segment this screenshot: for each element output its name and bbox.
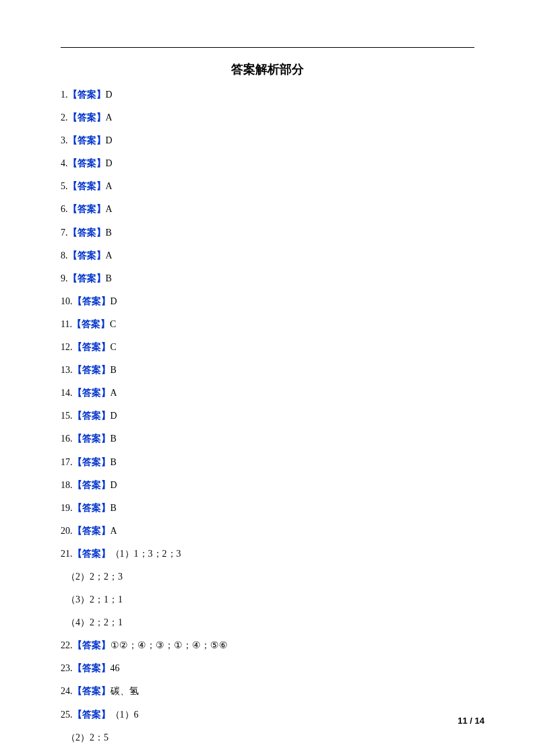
answer-value: A <box>106 181 113 191</box>
question-number: 15. <box>61 411 73 421</box>
answer-label: 【答案】 <box>73 434 111 444</box>
answer-label: 【答案】 <box>73 388 111 398</box>
answer-line: 19.【答案】B <box>61 502 474 515</box>
answer-label: 【答案】 <box>73 710 111 720</box>
answer-value: D <box>111 480 117 490</box>
answer-label: 【答案】 <box>73 663 111 673</box>
question-number: 12. <box>61 342 73 352</box>
answer-label: 【答案】 <box>73 365 111 375</box>
answer-sub-line: （2）2；2；3 <box>66 570 474 584</box>
answer-value: B <box>111 457 117 467</box>
answer-label: 【答案】 <box>73 686 111 696</box>
answer-label: 【答案】 <box>73 342 111 352</box>
answer-value: （1）6 <box>111 710 139 720</box>
answer-sub-line: （4）2；2；1 <box>66 616 474 629</box>
question-number: 10. <box>61 296 73 306</box>
answer-line: 9.【答案】B <box>61 272 474 285</box>
answer-line: 10.【答案】D <box>61 295 474 308</box>
answer-value: D <box>106 90 113 100</box>
answer-value: 46 <box>111 663 120 673</box>
answer-label: 【答案】 <box>73 640 111 650</box>
answer-line: 24.【答案】碳、氢 <box>61 685 474 698</box>
answer-value: ①②；④；③；①；④；⑤⑥ <box>111 640 228 650</box>
question-number: 21. <box>61 549 73 559</box>
answer-line: 7.【答案】B <box>61 226 474 240</box>
answer-label: 【答案】 <box>73 549 111 559</box>
answer-list: 1.【答案】D2.【答案】A3.【答案】D4.【答案】D5.【答案】A6.【答案… <box>61 88 474 744</box>
answer-line: 5.【答案】A <box>61 180 474 193</box>
answer-line: 17.【答案】B <box>61 456 474 469</box>
answer-label: 【答案】 <box>68 204 106 214</box>
answer-value: （1）1；3；2；3 <box>111 549 181 559</box>
answer-label: 【答案】 <box>68 112 106 123</box>
answer-label: 【答案】 <box>68 273 106 283</box>
answer-label: 【答案】 <box>68 135 106 145</box>
answer-value: D <box>106 135 113 145</box>
answer-line: 12.【答案】C <box>61 341 474 354</box>
question-number: 1. <box>61 90 68 100</box>
question-number: 8. <box>61 250 68 261</box>
answer-line: 20.【答案】A <box>61 524 474 538</box>
answer-label: 【答案】 <box>73 457 111 467</box>
answer-value: C <box>111 342 117 352</box>
question-number: 19. <box>61 503 73 513</box>
answer-value: 碳、氢 <box>111 686 139 696</box>
answer-line: 11.【答案】C <box>61 318 474 331</box>
answer-value: B <box>106 228 112 238</box>
answer-label: 【答案】 <box>73 480 111 490</box>
answer-label: 【答案】 <box>72 319 110 329</box>
answer-line: 13.【答案】B <box>61 364 474 377</box>
answer-value: C <box>110 319 116 329</box>
question-number: 2. <box>61 112 68 123</box>
question-number: 13. <box>61 365 73 375</box>
answer-value: D <box>111 296 117 306</box>
question-number: 14. <box>61 388 73 398</box>
question-number: 11. <box>61 319 72 329</box>
answer-line: 14.【答案】A <box>61 386 474 400</box>
question-number: 24. <box>61 686 73 696</box>
answer-line: 23.【答案】46 <box>61 662 474 675</box>
question-number: 9. <box>61 273 68 283</box>
answer-label: 【答案】 <box>68 181 106 191</box>
question-number: 17. <box>61 457 73 467</box>
answer-line: 2.【答案】A <box>61 111 474 125</box>
answer-line: 8.【答案】A <box>61 249 474 263</box>
answer-label: 【答案】 <box>73 411 111 421</box>
answer-value: B <box>111 434 117 444</box>
answer-line: 25.【答案】（1）6 <box>61 708 474 722</box>
answer-value: A <box>111 526 117 536</box>
question-number: 5. <box>61 181 68 191</box>
question-number: 3. <box>61 135 68 145</box>
answer-label: 【答案】 <box>68 250 106 261</box>
question-number: 4. <box>61 158 68 168</box>
page-number: 11 <box>458 716 467 726</box>
answer-value: A <box>106 204 113 214</box>
answer-line: 4.【答案】D <box>61 157 474 170</box>
answer-label: 【答案】 <box>68 158 106 168</box>
answer-label: 【答案】 <box>73 503 111 513</box>
answer-label: 【答案】 <box>68 90 106 100</box>
answer-label: 【答案】 <box>73 296 111 306</box>
answer-line: 21.【答案】（1）1；3；2；3 <box>61 547 474 561</box>
question-number: 7. <box>61 228 68 238</box>
answer-value: A <box>106 112 113 123</box>
question-number: 18. <box>61 480 73 490</box>
question-number: 23. <box>61 663 73 673</box>
answer-label: 【答案】 <box>73 526 111 536</box>
question-number: 22. <box>61 640 73 650</box>
answer-line: 6.【答案】A <box>61 203 474 216</box>
answer-sub-line: （3）2；1；1 <box>66 593 474 607</box>
answer-value: B <box>106 273 112 283</box>
answer-value: D <box>106 158 113 168</box>
page-footer: 11 / 14 <box>458 716 484 726</box>
answer-value: B <box>111 365 117 375</box>
total-pages: 14 <box>475 716 484 726</box>
answer-value: A <box>106 250 113 261</box>
answer-value: A <box>111 388 117 398</box>
answer-value: B <box>111 503 117 513</box>
question-number: 25. <box>61 710 73 720</box>
divider <box>61 47 474 48</box>
answer-value: D <box>111 411 117 421</box>
answer-line: 16.【答案】B <box>61 432 474 446</box>
answer-line: 15.【答案】D <box>61 409 474 423</box>
